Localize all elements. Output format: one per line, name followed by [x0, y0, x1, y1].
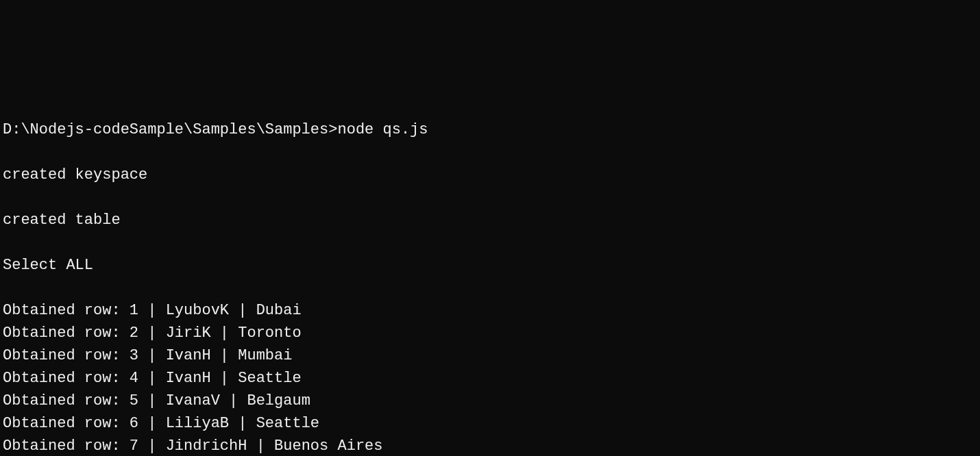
terminal-window[interactable]: D:\Nodejs-codeSample\Samples\Samples>nod… [0, 96, 980, 456]
output-row: Obtained row: 1 | LyubovK | Dubai [3, 299, 980, 322]
output-row: Obtained row: 5 | IvanaV | Belgaum [3, 390, 980, 412]
output-line: Select ALL [3, 254, 980, 277]
output-line: created table [3, 209, 980, 231]
command: node qs.js [337, 121, 428, 138]
prompt: D:\Nodejs-codeSample\Samples\Samples> [3, 121, 337, 138]
output-line: created keyspace [3, 164, 980, 186]
output-row: Obtained row: 6 | LiliyaB | Seattle [3, 412, 980, 435]
rows-output: Obtained row: 1 | LyubovK | DubaiObtaine… [3, 299, 980, 456]
output-row: Obtained row: 3 | IvanH | Mumbai [3, 344, 980, 367]
command-line: D:\Nodejs-codeSample\Samples\Samples>nod… [3, 118, 980, 141]
output-row: Obtained row: 2 | JiriK | Toronto [3, 322, 980, 344]
output-row: Obtained row: 4 | IvanH | Seattle [3, 367, 980, 390]
output-row: Obtained row: 7 | JindrichH | Buenos Air… [3, 435, 980, 456]
